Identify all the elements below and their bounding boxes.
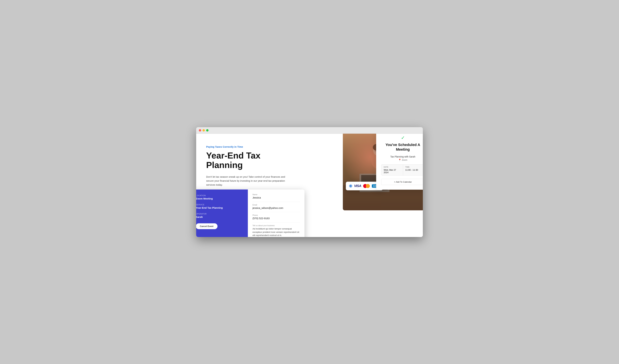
- browser-content: Paying Taxes Correctly in Time Year-End …: [196, 134, 423, 237]
- traffic-light-red[interactable]: [199, 129, 201, 131]
- scheduling-title: You've Scheduled A Meeting: [381, 142, 423, 152]
- service-field-label: Service: [196, 204, 243, 206]
- phone-value: (570) 522-9163: [253, 217, 300, 220]
- meeting-name: Tax Planning with Sarah: [381, 155, 423, 158]
- form-divider-3: [253, 222, 300, 223]
- email-label: Email: [253, 204, 300, 206]
- booking-info-panel: Location Zoom Meeting Service Year-End T…: [196, 190, 248, 237]
- operator-field-value: Sarah: [196, 215, 243, 218]
- time-block: TIME 11:00 - 11:30: [403, 165, 423, 175]
- form-divider-1: [253, 202, 300, 202]
- meeting-datetime: DATE Wed, Mar 27 2024 TIME 11:00 - 11:30: [381, 164, 423, 176]
- location-field-label: Location: [196, 195, 243, 196]
- business-value: Ad incididunt qui dolor tempor consequat…: [253, 227, 300, 237]
- payment-radio: [349, 184, 352, 187]
- location-field-value: Zoom Meeting: [196, 197, 243, 200]
- traffic-light-yellow[interactable]: [202, 129, 205, 131]
- meeting-location-text: Zoom: [402, 159, 407, 161]
- cancel-event-button[interactable]: Cancel Event: [196, 223, 217, 229]
- operator-field-label: Operator: [196, 213, 243, 215]
- business-label: Tell us about your business: [253, 224, 300, 226]
- mc-circle-orange: [366, 184, 370, 188]
- add-to-calendar-button[interactable]: + Add To Calendar: [381, 179, 423, 185]
- booking-form-panel: Name Jessica Email jessica_wilson@yahoo.…: [248, 190, 305, 237]
- phone-field-group: Phone (570) 522-9163: [253, 214, 300, 220]
- mastercard-logo: [363, 184, 370, 188]
- page-subtitle: Paying Taxes Correctly in Time: [206, 145, 299, 148]
- date-label: DATE: [384, 166, 400, 168]
- service-field-value: Year-End Tax Planning: [196, 206, 243, 209]
- time-value: 11:00 - 11:30: [405, 169, 422, 171]
- form-divider-2: [253, 212, 300, 212]
- meeting-location: 📍 Zoom: [381, 159, 423, 161]
- checkmark-icon: ✓: [381, 135, 423, 140]
- browser-titlebar: [196, 127, 423, 134]
- time-label: TIME: [405, 166, 422, 168]
- visa-logo: VISA: [354, 184, 361, 188]
- scheduling-card: ✓ You've Scheduled A Meeting Tax Plannin…: [376, 134, 423, 190]
- business-field-group: Tell us about your business Ad incididun…: [253, 224, 300, 237]
- booking-overlay: Location Zoom Meeting Service Year-End T…: [196, 190, 305, 237]
- payment-radio-inner: [350, 185, 352, 187]
- page-description-1: Don't let tax season sneak up on you! Ta…: [206, 175, 290, 187]
- traffic-light-green[interactable]: [206, 129, 209, 131]
- name-label: Name: [253, 194, 300, 196]
- name-field-group: Name Jessica: [253, 194, 300, 199]
- browser-window: Paying Taxes Correctly in Time Year-End …: [196, 127, 423, 237]
- phone-label: Phone: [253, 214, 300, 216]
- page-title: Year-End Tax Planning: [206, 151, 293, 170]
- email-field-group: Email jessica_wilson@yahoo.com: [253, 204, 300, 209]
- name-value: Jessica: [253, 196, 300, 199]
- date-value: Wed, Mar 27 2024: [384, 169, 400, 174]
- location-pin-icon: 📍: [398, 159, 401, 161]
- email-value: jessica_wilson@yahoo.com: [253, 207, 300, 209]
- date-block: DATE Wed, Mar 27 2024: [381, 165, 403, 175]
